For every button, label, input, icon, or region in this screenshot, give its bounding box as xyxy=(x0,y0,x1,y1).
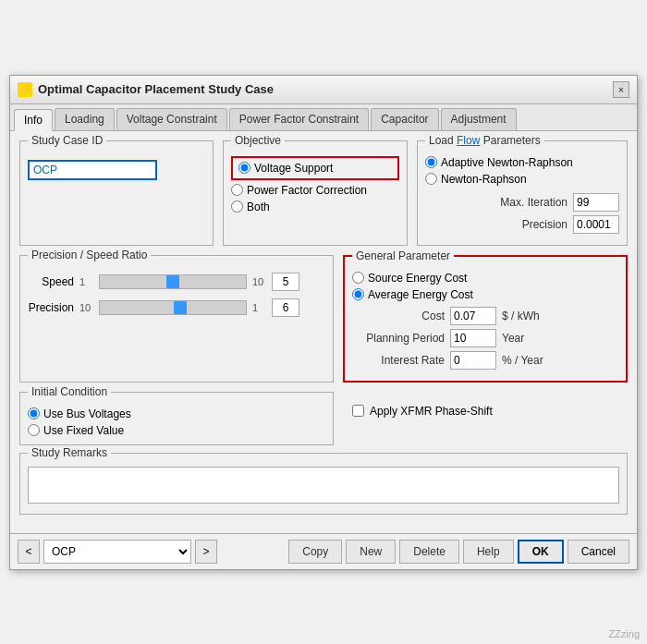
flow-highlight: Flow xyxy=(457,134,480,147)
objective-section: Objective Voltage Support Power Factor C… xyxy=(223,140,408,246)
objective-both[interactable]: Both xyxy=(231,200,399,213)
study-case-label: Study Case ID xyxy=(28,134,106,147)
lf-precision-label: Precision xyxy=(522,218,568,231)
tab-power-factor[interactable]: Power Factor Constraint xyxy=(229,108,369,130)
title-bar: ⚡ Optimal Capacitor Placement Study Case… xyxy=(10,76,637,104)
newton-raphson[interactable]: Newton-Raphson xyxy=(425,173,619,186)
load-flow-inner: Adaptive Newton-Raphson Newton-Raphson M… xyxy=(425,156,619,234)
remarks-section: Study Remarks xyxy=(19,453,628,515)
planning-period-unit: Year xyxy=(502,332,524,345)
planning-period-row: Planning Period Year xyxy=(352,329,618,347)
lf-precision-row: Precision xyxy=(425,215,619,234)
speed-row: Speed 1 10 xyxy=(28,273,325,291)
cost-row: Cost $ / kWh xyxy=(352,307,618,325)
speed-slider-thumb[interactable] xyxy=(166,275,179,288)
interest-rate-label: Interest Rate xyxy=(352,354,445,367)
precision-section-label: Precision / Speed Ratio xyxy=(28,249,151,261)
adaptive-newton-raphson[interactable]: Adaptive Newton-Raphson xyxy=(425,156,619,169)
top-row: Study Case ID Objective Voltage Support xyxy=(19,140,628,246)
content-area: Study Case ID Objective Voltage Support xyxy=(10,131,637,533)
xfmr-checkbox[interactable] xyxy=(352,405,364,417)
nav-next-button[interactable]: > xyxy=(195,540,217,564)
general-param-inner: Source Energy Cost Average Energy Cost C… xyxy=(352,272,618,370)
initial-condition-label: Initial Condition xyxy=(28,385,111,398)
general-param-label: General Parameter xyxy=(352,249,454,262)
cost-unit: $ / kWh xyxy=(502,310,540,322)
speed-label: Speed xyxy=(28,275,74,288)
objective-power-factor-radio[interactable] xyxy=(231,184,243,196)
lf-precision-input[interactable] xyxy=(573,215,619,234)
remarks-label: Study Remarks xyxy=(28,446,111,459)
prec-value-input[interactable] xyxy=(272,298,299,317)
remarks-textarea[interactable] xyxy=(28,467,619,504)
objective-voltage-support-radio[interactable] xyxy=(238,162,250,174)
new-button[interactable]: New xyxy=(346,540,396,564)
close-button[interactable]: × xyxy=(613,81,629,98)
planning-period-input[interactable] xyxy=(450,329,496,347)
load-flow-label: Load Flow Parameters xyxy=(425,134,544,147)
source-energy-radio[interactable] xyxy=(352,272,364,284)
objective-radio-group: Voltage Support Power Factor Correction … xyxy=(231,156,399,213)
tab-loading[interactable]: Loading xyxy=(55,108,115,130)
bottom-sections: Initial Condition Use Bus Voltages Use F… xyxy=(19,392,628,453)
use-bus-voltages-radio[interactable] xyxy=(28,407,40,419)
interest-rate-input[interactable] xyxy=(450,351,496,370)
app-icon: ⚡ xyxy=(18,82,32,97)
tab-adjustment[interactable]: Adjustment xyxy=(441,108,517,130)
source-energy-cost[interactable]: Source Energy Cost xyxy=(352,272,618,285)
use-fixed-value[interactable]: Use Fixed Value xyxy=(28,424,325,437)
tab-info[interactable]: Info xyxy=(14,109,53,131)
objective-both-radio[interactable] xyxy=(231,200,243,213)
study-case-input[interactable] xyxy=(28,160,157,180)
adaptive-newton-radio[interactable] xyxy=(425,156,437,168)
newton-radio[interactable] xyxy=(425,173,437,185)
initial-condition-section: Initial Condition Use Bus Voltages Use F… xyxy=(19,392,334,445)
watermark: ZZzing xyxy=(608,628,640,639)
ok-button[interactable]: OK xyxy=(518,540,564,564)
left-bottom: Initial Condition Use Bus Voltages Use F… xyxy=(19,392,334,453)
max-iteration-input[interactable] xyxy=(573,193,619,212)
interest-rate-unit: % / Year xyxy=(502,354,543,367)
tab-voltage-constraint[interactable]: Voltage Constraint xyxy=(116,108,227,130)
speed-max: 10 xyxy=(252,276,266,287)
help-button[interactable]: Help xyxy=(463,540,514,564)
delete-button[interactable]: Delete xyxy=(399,540,459,564)
use-fixed-value-radio[interactable] xyxy=(28,424,40,436)
average-energy-radio[interactable] xyxy=(352,288,364,300)
objective-label: Objective xyxy=(231,134,285,147)
max-iteration-row: Max. Iteration xyxy=(425,193,619,212)
middle-row: Precision / Speed Ratio Speed 1 10 xyxy=(19,255,628,383)
speed-value-input[interactable] xyxy=(272,273,299,291)
average-energy-cost[interactable]: Average Energy Cost xyxy=(352,288,618,301)
objective-power-factor[interactable]: Power Factor Correction xyxy=(231,184,399,197)
tab-bar: Info Loading Voltage Constraint Power Fa… xyxy=(10,104,637,131)
planning-period-label: Planning Period xyxy=(352,332,445,345)
objective-voltage-support[interactable]: Voltage Support xyxy=(238,162,392,175)
general-param-section: General Parameter Source Energy Cost Ave… xyxy=(343,255,628,383)
prec-slider-track[interactable] xyxy=(99,300,247,315)
cancel-button[interactable]: Cancel xyxy=(568,540,629,564)
use-bus-voltages[interactable]: Use Bus Voltages xyxy=(28,407,325,420)
nav-prev-button[interactable]: < xyxy=(18,540,40,564)
main-window: ⚡ Optimal Capacitor Placement Study Case… xyxy=(9,75,638,570)
voltage-support-box: Voltage Support xyxy=(231,156,399,180)
prec-slider-row: Precision 10 1 xyxy=(28,298,325,317)
cost-input[interactable] xyxy=(450,307,496,325)
copy-button[interactable]: Copy xyxy=(288,540,342,564)
load-flow-section: Load Flow Parameters Adaptive Newton-Rap… xyxy=(417,140,628,246)
max-iteration-label: Max. Iteration xyxy=(500,196,568,209)
interest-rate-row: Interest Rate % / Year xyxy=(352,351,618,370)
prec-min: 10 xyxy=(79,302,93,313)
xfmr-label: Apply XFMR Phase-Shift xyxy=(370,405,493,418)
action-buttons: Copy New Delete Help OK Cancel xyxy=(288,540,629,564)
study-case-section: Study Case ID xyxy=(19,140,214,246)
slider-container: Speed 1 10 Precision 10 xyxy=(28,273,325,317)
cost-label: Cost xyxy=(352,310,445,322)
prec-slider-thumb[interactable] xyxy=(174,301,187,314)
speed-slider-track[interactable] xyxy=(99,274,247,289)
case-select[interactable]: OCP xyxy=(43,540,191,564)
prec-max: 1 xyxy=(252,302,266,313)
speed-min: 1 xyxy=(79,276,93,287)
precision-section: Precision / Speed Ratio Speed 1 10 xyxy=(19,255,334,383)
tab-capacitor[interactable]: Capacitor xyxy=(371,108,438,130)
